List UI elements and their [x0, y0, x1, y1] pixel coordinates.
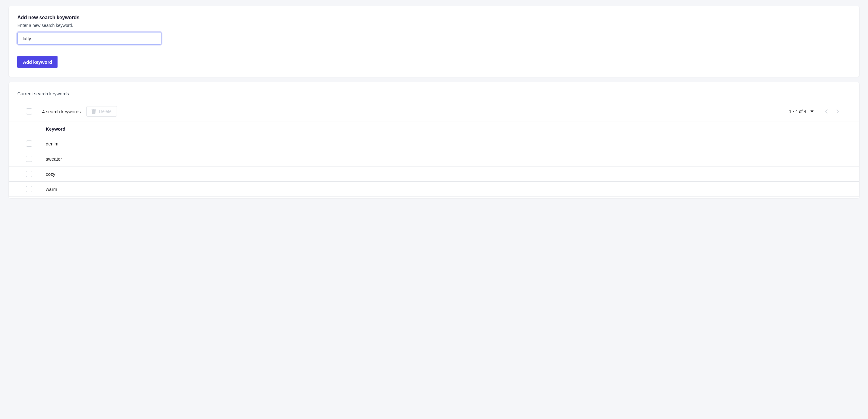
trash-icon [92, 109, 96, 114]
add-keyword-card: Add new search keywords Enter a new sear… [9, 6, 859, 77]
keyword-count-label: 4 search keywords [42, 109, 81, 114]
delete-button-label: Delete [99, 109, 111, 114]
table-row: warm [9, 182, 859, 197]
page-size-dropdown[interactable] [810, 111, 813, 112]
next-page-button[interactable] [833, 107, 842, 116]
table-header-row: Keyword [9, 122, 859, 136]
keyword-input[interactable] [17, 32, 161, 44]
row-checkbox[interactable] [26, 141, 32, 147]
delete-button[interactable]: Delete [86, 106, 117, 117]
prev-page-button[interactable] [822, 107, 831, 116]
chevron-left-icon [825, 109, 828, 114]
table-row: cozy [9, 167, 859, 182]
table-row: denim [9, 136, 859, 151]
keyword-cell: warm [46, 187, 57, 192]
keyword-cell: sweater [46, 156, 62, 161]
select-all-checkbox[interactable] [26, 108, 32, 115]
form-subtitle: Enter a new search keyword. [17, 23, 851, 28]
list-toolbar: 4 search keywords Delete 1 - 4 of 4 [9, 102, 859, 122]
row-checkbox[interactable] [26, 171, 32, 177]
add-keyword-button[interactable]: Add keyword [17, 56, 58, 68]
form-title: Add new search keywords [17, 15, 851, 21]
row-checkbox[interactable] [26, 186, 32, 192]
row-checkbox[interactable] [26, 156, 32, 162]
section-title: Current search keywords [17, 91, 851, 96]
keywords-list-card: Current search keywords 4 search keyword… [9, 82, 859, 198]
keyword-cell: cozy [46, 172, 55, 177]
chevron-right-icon [836, 109, 839, 114]
keyword-cell: denim [46, 141, 59, 146]
column-header-keyword: Keyword [46, 126, 65, 131]
pagination-label: 1 - 4 of 4 [789, 109, 806, 114]
table-row: sweater [9, 151, 859, 167]
